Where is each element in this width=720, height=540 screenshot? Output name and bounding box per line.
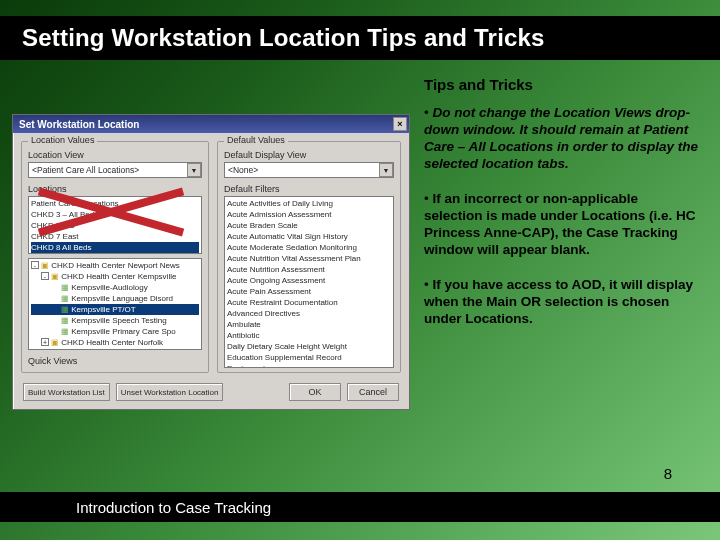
default-filters-label: Default Filters bbox=[224, 184, 394, 194]
location-view-combo[interactable]: <Patient Care All Locations> ▼ bbox=[28, 162, 202, 178]
tree-item[interactable]: -▣ CHKD Health Center Newport News bbox=[31, 260, 199, 271]
group-label-right: Default Values bbox=[224, 135, 288, 145]
location-view-label: Location View bbox=[28, 150, 202, 160]
dialog-footer-left: Build Workstation List Unset Workstation… bbox=[23, 383, 223, 401]
subtitle: Tips and Tricks bbox=[424, 76, 533, 93]
build-workstation-list-button[interactable]: Build Workstation List bbox=[23, 383, 110, 401]
folder-icon: ▣ bbox=[41, 261, 49, 270]
slide: Setting Workstation Location Tips and Tr… bbox=[0, 0, 720, 540]
document-icon: ▦ bbox=[61, 294, 69, 303]
list-item[interactable]: Acute Moderate Sedation Monitoring bbox=[227, 242, 391, 253]
unset-workstation-location-button[interactable]: Unset Workstation Location bbox=[116, 383, 224, 401]
title-band: Setting Workstation Location Tips and Tr… bbox=[0, 16, 720, 60]
chevron-down-icon[interactable]: ▼ bbox=[379, 163, 393, 177]
tip-2: • If an incorrect or non-applicable sele… bbox=[424, 190, 700, 258]
list-item[interactable]: Acute Pain Assessment bbox=[227, 286, 391, 297]
default-values-group: Default Values Default Display View <Non… bbox=[217, 141, 401, 373]
list-item[interactable]: Acute Nutrition Vital Assessment Plan bbox=[227, 253, 391, 264]
list-item[interactable]: Daily Dietary Scale Height Weight bbox=[227, 341, 391, 352]
tree-item[interactable]: ▦ Kempsville PT/OT bbox=[31, 304, 199, 315]
ok-button[interactable]: OK bbox=[289, 383, 341, 401]
list-item[interactable]: Acute Automatic Vital Sign History bbox=[227, 231, 391, 242]
document-icon: ▦ bbox=[61, 283, 69, 292]
list-item[interactable]: Acute Admission Assessment bbox=[227, 209, 391, 220]
tip-3: • If you have access to AOD, it will dis… bbox=[424, 276, 700, 327]
tree-item[interactable]: ▦ Kempsville Primary Care Spo bbox=[31, 326, 199, 337]
expand-icon[interactable]: - bbox=[31, 261, 39, 269]
list-item[interactable]: Acute Braden Scale bbox=[227, 220, 391, 231]
document-icon: ▦ bbox=[61, 316, 69, 325]
dialog-title: Set Workstation Location bbox=[19, 119, 139, 130]
locations-label: Locations bbox=[28, 184, 202, 194]
folder-icon: ▣ bbox=[51, 338, 59, 347]
chevron-down-icon[interactable]: ▼ bbox=[187, 163, 201, 177]
default-display-view-combo[interactable]: <None> ▼ bbox=[224, 162, 394, 178]
location-view-value: <Patient Care All Locations> bbox=[32, 165, 139, 175]
list-item[interactable]: Acute Nutrition Assessment bbox=[227, 264, 391, 275]
tree-item[interactable]: -▣ CHKD Health Center Kempsville bbox=[31, 271, 199, 282]
document-icon: ▦ bbox=[61, 327, 69, 336]
dialog-titlebar: Set Workstation Location × bbox=[13, 115, 409, 133]
default-display-view-value: <None> bbox=[228, 165, 258, 175]
document-icon: ▦ bbox=[61, 305, 69, 314]
cancel-button[interactable]: Cancel bbox=[347, 383, 399, 401]
tree-item[interactable]: ▦ Kempsville-Audiology bbox=[31, 282, 199, 293]
locations-tree[interactable]: -▣ CHKD Health Center Newport News-▣ CHK… bbox=[28, 258, 202, 350]
list-item[interactable]: Advanced Directives bbox=[227, 308, 391, 319]
tree-item[interactable]: +▣ CHKD Health Center Norfolk bbox=[31, 337, 199, 348]
footer-band: Introduction to Case Tracking bbox=[0, 492, 720, 522]
list-item[interactable]: Antibiotic bbox=[227, 330, 391, 341]
dialog-footer-right: OK Cancel bbox=[289, 383, 399, 401]
tips-block: • Do not change the Location Views drop-… bbox=[424, 104, 700, 345]
list-item[interactable]: CHKD PICU bbox=[31, 220, 199, 231]
group-label-left: Location Values bbox=[28, 135, 97, 145]
footer-text: Introduction to Case Tracking bbox=[76, 499, 271, 516]
locations-listbox[interactable]: Patient Care – LocationsCHKD 3 – All Bed… bbox=[28, 196, 202, 254]
set-workstation-location-dialog: Set Workstation Location × Location Valu… bbox=[12, 114, 410, 410]
list-item[interactable]: Acute Ongoing Assessment bbox=[227, 275, 391, 286]
list-item[interactable]: Equipment bbox=[227, 363, 391, 368]
close-icon[interactable]: × bbox=[393, 117, 407, 131]
tip-1: • Do not change the Location Views drop-… bbox=[424, 104, 700, 172]
list-item[interactable]: CHKD 3 – All Beds bbox=[31, 209, 199, 220]
list-item[interactable]: Acute Restraint Documentation bbox=[227, 297, 391, 308]
folder-icon: ▣ bbox=[51, 272, 59, 281]
list-item[interactable]: Education Supplemental Record bbox=[227, 352, 391, 363]
list-item[interactable]: CHKD 7 East bbox=[31, 231, 199, 242]
default-display-view-label: Default Display View bbox=[224, 150, 394, 160]
dialog-body: Location Values Location View <Patient C… bbox=[13, 133, 409, 409]
expand-icon[interactable]: + bbox=[41, 338, 49, 346]
list-item[interactable]: CHKD 8 All Beds bbox=[31, 242, 199, 253]
page-number: 8 bbox=[664, 465, 672, 482]
list-item[interactable]: Acute Activities of Daily Living bbox=[227, 198, 391, 209]
list-item[interactable]: Ambulate bbox=[227, 319, 391, 330]
quick-views-label: Quick Views bbox=[28, 356, 77, 366]
slide-title: Setting Workstation Location Tips and Tr… bbox=[22, 24, 545, 52]
list-item[interactable]: Patient Care – Locations bbox=[31, 198, 199, 209]
expand-icon[interactable]: - bbox=[41, 272, 49, 280]
tree-item[interactable]: ▦ Kempsville Language Disord bbox=[31, 293, 199, 304]
tree-item[interactable]: ▦ Kempsville Speech Testing bbox=[31, 315, 199, 326]
default-filters-listbox[interactable]: Acute Activities of Daily LivingAcute Ad… bbox=[224, 196, 394, 368]
location-values-group: Location Values Location View <Patient C… bbox=[21, 141, 209, 373]
